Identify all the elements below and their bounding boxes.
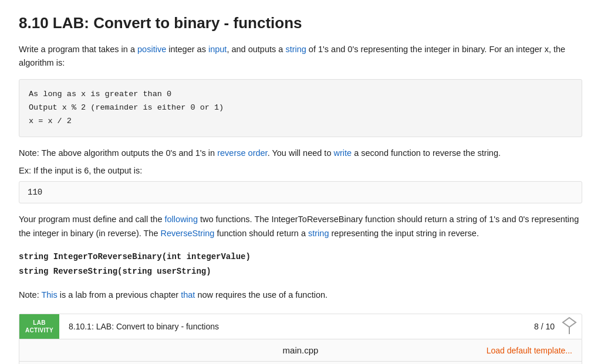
- load-template-link[interactable]: Load default template...: [487, 346, 572, 355]
- description-paragraph: Write a program that takes in a positive…: [19, 43, 582, 70]
- note1-text-1: Note: The above algorithm outputs the 0'…: [19, 148, 217, 158]
- note1-text-2: . You will need to: [268, 148, 334, 158]
- code-editor[interactable]: 1 #include <iostream> 2 using namespace …: [19, 362, 582, 364]
- desc-input: input: [208, 45, 227, 54]
- desc2-following: following: [165, 215, 198, 224]
- note2-text-3: now requires the use of a function.: [195, 290, 327, 300]
- desc-string: string: [285, 45, 306, 54]
- output-box: 110: [19, 181, 582, 203]
- note2-text-1: Note:: [19, 290, 41, 300]
- note1-reverse: reverse order: [217, 148, 267, 158]
- note2-text-2: is a lab from a previous chapter: [58, 290, 181, 300]
- desc2-text-3: function should return a: [214, 229, 308, 238]
- example-text-1: Ex: If the input is 6, the output is:: [19, 166, 142, 175]
- algorithm-line-3: x = x / 2: [29, 115, 572, 128]
- func-sig-1: string IntegerToReverseBinary(int intege…: [19, 250, 582, 264]
- desc-positive: positive: [137, 45, 166, 54]
- lab-progress: 8 / 10: [527, 322, 562, 331]
- note2-that: that: [181, 290, 195, 300]
- flag-icon: [562, 317, 577, 335]
- desc-text-3: , and outputs a: [227, 45, 285, 54]
- note2-this: This: [41, 290, 57, 300]
- desc2-text-1: Your program must define and call the: [19, 215, 165, 224]
- lab-activity-section: LAB ACTIVITY 8.10.1: LAB: Convert to bin…: [19, 314, 582, 364]
- example-label: Ex: If the input is 6, the output is:: [19, 166, 582, 175]
- algorithm-line-2: Output x % 2 (remainder is either 0 or 1…: [29, 101, 572, 115]
- desc-text-1: Write a program that takes in a: [19, 45, 137, 54]
- note-2-paragraph: Note: This is a lab from a previous chap…: [19, 288, 582, 302]
- file-editor-section: main.cpp Load default template... 1 #inc…: [19, 339, 582, 364]
- lab-activity-bar: LAB ACTIVITY 8.10.1: LAB: Convert to bin…: [19, 314, 582, 339]
- desc2-string: string: [308, 229, 329, 238]
- desc-text-2: integer as: [166, 45, 208, 54]
- page-title: 8.10 LAB: Convert to binary - functions: [19, 14, 582, 32]
- lab-activity-title: 8.10.1: LAB: Convert to binary - functio…: [59, 322, 527, 331]
- note1-write: write: [334, 148, 352, 158]
- note1-text-3: a second function to reverse the string.: [352, 148, 501, 158]
- flag-icon-container: [562, 317, 582, 337]
- algorithm-line-1: As long as x is greater than 0: [29, 88, 572, 101]
- file-header: main.cpp Load default template...: [19, 339, 582, 362]
- algorithm-code-block: As long as x is greater than 0 Output x …: [19, 79, 582, 137]
- output-value: 110: [28, 188, 42, 197]
- note-1-paragraph: Note: The above algorithm outputs the 0'…: [19, 147, 582, 160]
- lab-tag-line2: ACTIVITY: [25, 326, 53, 334]
- func-sig-2: string ReverseString(string userString): [19, 264, 582, 279]
- svg-marker-0: [563, 318, 576, 327]
- desc2-text-4: representing the input string in reverse…: [329, 229, 479, 238]
- lab-tag-line1: LAB: [25, 319, 53, 326]
- desc2-reverse: ReverseString: [161, 229, 215, 238]
- file-name: main.cpp: [210, 345, 391, 355]
- lab-tag: LAB ACTIVITY: [19, 314, 59, 339]
- description-2-paragraph: Your program must define and call the fo…: [19, 213, 582, 240]
- function-signatures: string IntegerToReverseBinary(int intege…: [19, 250, 582, 279]
